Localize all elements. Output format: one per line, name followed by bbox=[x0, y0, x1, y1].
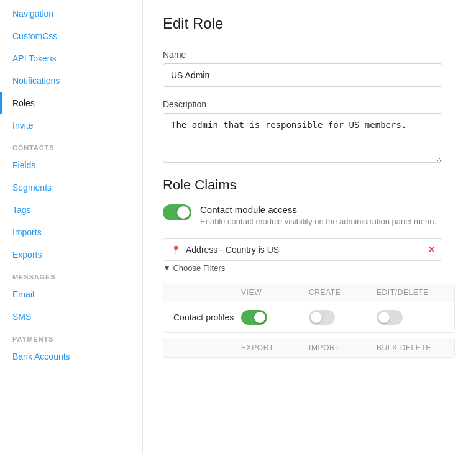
contact-module-desc: Enable contact module visibility on the … bbox=[200, 217, 436, 226]
perm-create-toggle[interactable] bbox=[309, 310, 377, 325]
perm-view-toggle[interactable] bbox=[241, 310, 309, 325]
name-input[interactable] bbox=[163, 63, 442, 87]
name-group: Name bbox=[163, 50, 456, 87]
sidebar-item-bank-accounts[interactable]: Bank Accounts bbox=[0, 345, 142, 368]
sidebar-item-customcss[interactable]: CustomCss bbox=[0, 25, 142, 47]
permissions-table-1: Name VIEW CREATE EDIT/DELETE Contact pro… bbox=[163, 283, 455, 333]
sidebar-item-tags[interactable]: Tags bbox=[0, 199, 142, 221]
page-title: Edit Role bbox=[163, 15, 456, 32]
col2-name-header: Name bbox=[173, 343, 241, 352]
col2-bulkdelete-header: BULK DELETE bbox=[377, 343, 444, 352]
sidebar-item-fields[interactable]: Fields bbox=[0, 154, 142, 176]
contact-module-label: Contact module access bbox=[200, 204, 436, 215]
permissions-table-2: Name EXPORT IMPORT BULK DELETE bbox=[163, 338, 455, 358]
section-label-contacts: CONTACTS bbox=[0, 137, 142, 154]
sidebar-item-email[interactable]: Email bbox=[0, 283, 142, 306]
sidebar: Navigation CustomCss API Tokens Notifica… bbox=[0, 0, 143, 454]
col-create-header: CREATE bbox=[309, 288, 377, 297]
col2-export-header: EXPORT bbox=[241, 343, 309, 352]
description-group: Description The admin that is responsibl… bbox=[163, 99, 456, 165]
role-claims-title: Role Claims bbox=[163, 177, 456, 193]
toggle-thumb bbox=[177, 206, 190, 219]
permissions-row-contact-profiles: Contact profiles bbox=[163, 302, 454, 332]
sidebar-item-notifications[interactable]: Notifications bbox=[0, 70, 142, 92]
filter-remove-button[interactable]: × bbox=[429, 244, 434, 255]
sidebar-item-roles[interactable]: Roles bbox=[0, 92, 142, 114]
col-name-header: Name bbox=[173, 288, 241, 297]
sidebar-item-invite[interactable]: Invite bbox=[0, 114, 142, 137]
sidebar-item-exports[interactable]: Exports bbox=[0, 243, 142, 266]
filter-tag-text: Address - Country is US bbox=[186, 245, 424, 255]
permissions-header-2: Name EXPORT IMPORT BULK DELETE bbox=[163, 338, 454, 357]
location-icon: 📍 bbox=[171, 245, 181, 255]
filter-tag: 📍 Address - Country is US × bbox=[163, 238, 442, 261]
sidebar-item-navigation[interactable]: Navigation bbox=[0, 2, 142, 25]
perm-name-contact-profiles: Contact profiles bbox=[173, 312, 241, 322]
perm-editdelete-toggle[interactable] bbox=[377, 310, 444, 325]
col-view-header: VIEW bbox=[241, 288, 309, 297]
contact-module-toggle[interactable] bbox=[163, 204, 191, 220]
sidebar-item-segments[interactable]: Segments bbox=[0, 176, 142, 199]
section-label-payments: PAYMENTS bbox=[0, 328, 142, 345]
contact-module-row: Contact module access Enable contact mod… bbox=[163, 204, 456, 226]
name-label: Name bbox=[163, 50, 456, 60]
section-label-messages: MESSAGES bbox=[0, 266, 142, 283]
col-editdelete-header: EDIT/DELETE bbox=[377, 288, 444, 297]
main-content: Edit Role Name Description The admin tha… bbox=[143, 0, 476, 454]
col2-import-header: IMPORT bbox=[309, 343, 377, 352]
description-input[interactable]: The admin that is responsible for US mem… bbox=[163, 113, 442, 163]
choose-filters-button[interactable]: ▼ Choose Filters bbox=[163, 263, 456, 273]
permissions-header-1: Name VIEW CREATE EDIT/DELETE bbox=[163, 283, 454, 302]
sidebar-item-sms[interactable]: SMS bbox=[0, 306, 142, 328]
sidebar-item-api-tokens[interactable]: API Tokens bbox=[0, 47, 142, 70]
sidebar-item-imports[interactable]: Imports bbox=[0, 221, 142, 243]
description-label: Description bbox=[163, 99, 456, 109]
